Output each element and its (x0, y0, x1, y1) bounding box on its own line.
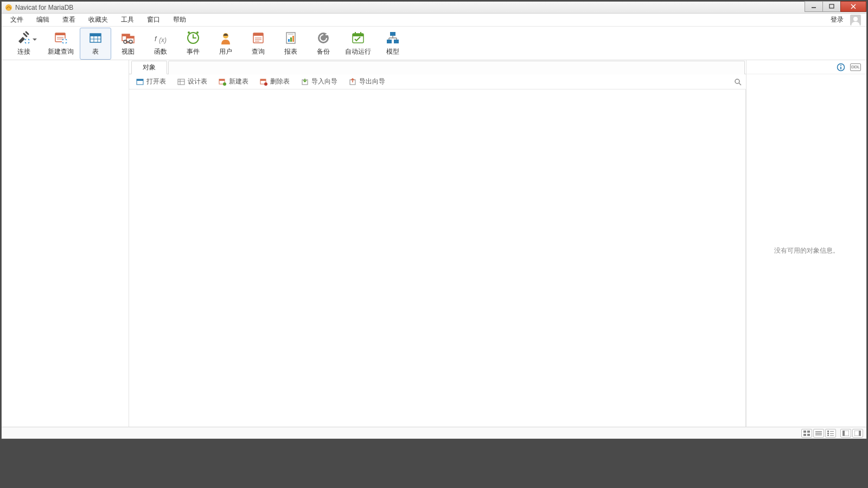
svg-rect-45 (290, 37, 292, 42)
svg-point-77 (840, 65, 841, 66)
backup-icon (316, 30, 331, 46)
user-icon (218, 30, 233, 46)
view-mode-group (801, 429, 836, 438)
svg-text:f: f (155, 35, 157, 43)
ddl-icon[interactable]: DDL (850, 63, 861, 71)
tab-objects[interactable]: 对象 (131, 61, 167, 74)
svg-rect-50 (353, 34, 363, 36)
connection-tree[interactable] (2, 60, 129, 427)
svg-rect-69 (260, 79, 266, 81)
design-table-button[interactable]: 设计表 (174, 76, 210, 87)
delete-table-button[interactable]: 删除表 (256, 76, 293, 87)
info-panel: DDL 没有可用的对象信息。 (746, 60, 866, 427)
table-icon (88, 30, 103, 46)
toolbar-table[interactable]: 表 (80, 28, 111, 60)
window-title: Navicat for MariaDB (15, 4, 805, 11)
open-table-button[interactable]: 打开表 (132, 76, 169, 87)
svg-rect-79 (807, 431, 810, 433)
import-wizard-button[interactable]: 导入向导 (297, 76, 341, 87)
design-table-icon (177, 78, 186, 86)
svg-rect-94 (859, 431, 861, 436)
svg-rect-87 (827, 435, 829, 436)
svg-rect-39 (253, 33, 263, 36)
new-table-icon (218, 78, 227, 86)
menu-file[interactable]: 文件 (4, 14, 30, 26)
svg-rect-80 (803, 434, 806, 436)
svg-point-35 (188, 31, 190, 34)
menu-edit[interactable]: 编辑 (30, 14, 56, 26)
svg-point-36 (196, 31, 199, 34)
search-icon[interactable] (733, 77, 743, 87)
avatar-icon[interactable] (850, 15, 861, 25)
menu-view[interactable]: 查看 (56, 14, 82, 26)
object-toolbar: 打开表 设计表 新建表 删除表 导入向导 (129, 74, 746, 89)
view-grid-icon[interactable] (801, 429, 812, 438)
svg-line-74 (739, 83, 741, 85)
menu-help[interactable]: 帮助 (167, 14, 193, 26)
app-window: Navicat for MariaDB 文件 编辑 查看 收藏夹 工具 窗口 帮… (1, 1, 867, 439)
new-table-button[interactable]: 新建表 (215, 76, 252, 87)
panel-toggle-group (840, 429, 863, 438)
svg-text:(x): (x) (159, 36, 167, 44)
info-icon[interactable] (836, 62, 846, 72)
toolbar-event[interactable]: 事件 (177, 28, 209, 60)
query-icon (251, 30, 266, 46)
svg-point-0 (5, 4, 12, 11)
view-detail-icon[interactable] (825, 429, 836, 438)
model-icon (385, 30, 400, 46)
svg-rect-26 (126, 36, 134, 38)
toolbar-new-query[interactable]: 新建查询 (43, 28, 79, 60)
svg-line-4 (851, 4, 856, 9)
open-table-icon (136, 78, 144, 86)
toolbar-view[interactable]: 视图 (112, 28, 144, 60)
toggle-left-panel-icon[interactable] (840, 429, 851, 438)
close-button[interactable] (840, 1, 866, 12)
menubar: 文件 编辑 查看 收藏夹 工具 窗口 帮助 登录 (2, 14, 866, 27)
app-icon (5, 4, 12, 11)
svg-rect-53 (390, 32, 395, 36)
login-link[interactable]: 登录 (826, 14, 848, 26)
function-icon: f(x) (153, 30, 168, 46)
svg-point-5 (853, 17, 858, 21)
svg-rect-92 (843, 431, 845, 436)
svg-point-70 (264, 82, 267, 86)
toolbar-autorun[interactable]: 自动运行 (340, 28, 376, 60)
tab-strip[interactable] (168, 61, 745, 74)
toolbar-user[interactable]: 用户 (210, 28, 241, 60)
maximize-button[interactable] (822, 1, 841, 12)
view-icon (120, 30, 136, 46)
titlebar[interactable]: Navicat for MariaDB (2, 2, 866, 14)
svg-rect-62 (178, 79, 184, 85)
toolbar-function[interactable]: f(x) 函数 (145, 28, 176, 60)
toolbar-query[interactable]: 查询 (242, 28, 274, 60)
plug-icon (16, 30, 31, 46)
toolbar-connect[interactable]: 连接 (6, 28, 42, 60)
info-panel-header: DDL (746, 60, 866, 74)
info-empty-text: 没有可用的对象信息。 (774, 246, 839, 255)
view-list-icon[interactable] (813, 429, 824, 438)
svg-rect-66 (219, 79, 225, 81)
svg-line-7 (26, 32, 28, 34)
tabs-row: 对象 (129, 60, 746, 74)
toggle-right-panel-icon[interactable] (852, 429, 863, 438)
chevron-down-icon (33, 36, 37, 43)
svg-rect-85 (827, 431, 829, 432)
svg-point-67 (223, 82, 226, 86)
main-toolbar: 连接 新建查询 表 视图 f(x) 函数 (2, 27, 866, 60)
minimize-button[interactable] (805, 1, 823, 12)
menu-fav[interactable]: 收藏夹 (82, 14, 114, 26)
delete-table-icon (259, 78, 268, 86)
clock-icon (186, 30, 201, 46)
center-pane: 对象 打开表 设计表 新建表 删除表 (129, 60, 746, 427)
svg-rect-44 (288, 39, 290, 42)
toolbar-report[interactable]: 报表 (275, 28, 307, 60)
export-wizard-button[interactable]: 导出向导 (345, 76, 388, 87)
object-list[interactable] (129, 89, 746, 427)
toolbar-backup[interactable]: 备份 (308, 28, 339, 60)
toolbar-model[interactable]: 模型 (377, 28, 409, 60)
import-icon (301, 78, 309, 86)
menu-tools[interactable]: 工具 (114, 14, 141, 26)
svg-rect-46 (292, 36, 294, 42)
menu-window[interactable]: 窗口 (141, 14, 167, 26)
info-panel-body: 没有可用的对象信息。 (746, 74, 866, 427)
